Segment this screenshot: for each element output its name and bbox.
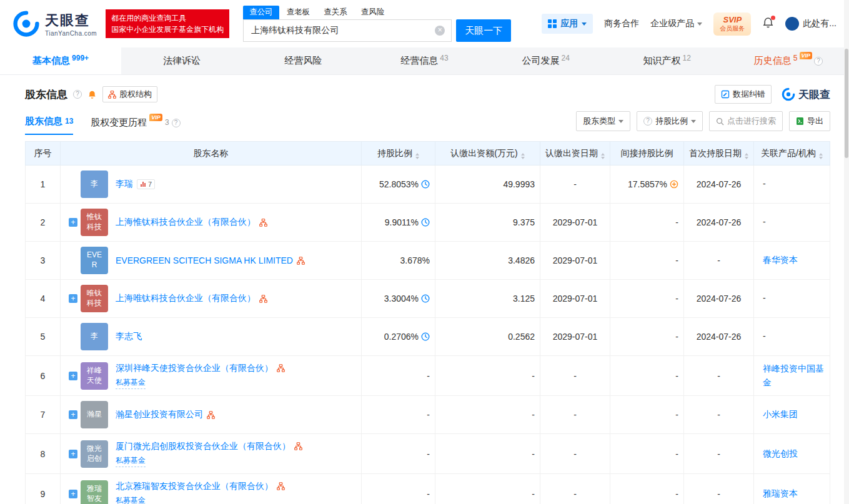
notifications-bell-icon[interactable] — [762, 17, 774, 31]
shareholder-type-filter[interactable]: 股东类型 — [576, 111, 630, 131]
equity-structure-icon[interactable] — [297, 257, 305, 265]
user-profile-menu[interactable]: 此处有... — [785, 17, 837, 31]
search-tab-company[interactable]: 查公司 — [243, 6, 279, 19]
export-button[interactable]: 导出 — [789, 111, 830, 131]
business-cooperation-link[interactable]: 商务合作 — [604, 18, 639, 29]
col-subscribed-amount: 认缴出资额(万元) — [435, 142, 540, 166]
shareholder-name-link[interactable]: EVERGREEN SCITECH SIGMA HK LIMITED — [116, 255, 293, 265]
svip-member-button[interactable]: SVIP 会员服务 — [713, 12, 751, 36]
tab-shareholder-info[interactable]: 股东信息 13 — [25, 116, 73, 135]
shareholder-name-link[interactable]: 李瑞 — [116, 179, 133, 190]
penetrate-icon[interactable] — [670, 180, 678, 189]
shareholder-companies-badge[interactable]: 7 — [137, 179, 155, 189]
grid-icon — [548, 19, 557, 28]
related-org-link[interactable]: 雅瑞资本 — [763, 488, 798, 498]
related-org-link[interactable]: 微光创投 — [763, 448, 798, 458]
chevron-down-icon — [691, 120, 696, 123]
private-fund-tag[interactable]: 私募基金 — [116, 495, 146, 504]
avatar[interactable]: 雅瑞智友 — [81, 480, 108, 504]
tab-count: 12 — [683, 54, 691, 62]
col-first-holding-date: 首次持股日期 — [684, 142, 754, 166]
tab-count: 13 — [65, 117, 73, 126]
avatar[interactable]: 李 — [81, 323, 108, 350]
help-icon[interactable]: ? — [73, 90, 82, 99]
data-correction-button[interactable]: 数据纠错 — [715, 85, 772, 104]
svip-label: SVIP — [720, 15, 745, 24]
expand-plus-icon[interactable]: + — [69, 294, 77, 303]
expand-plus-icon[interactable]: + — [69, 218, 77, 227]
expand-plus-icon[interactable]: + — [69, 372, 77, 380]
avatar[interactable]: 惟钛科技 — [81, 209, 108, 236]
avatar[interactable]: 唯钛科技 — [81, 285, 108, 312]
help-icon[interactable]: ? — [814, 57, 823, 66]
enterprise-products-menu[interactable]: 企业级产品 — [650, 18, 702, 29]
related-org-link[interactable]: 春华资本 — [763, 255, 798, 265]
search-submit-button[interactable]: 天眼一下 — [456, 19, 511, 42]
edit-doc-icon — [721, 90, 730, 99]
shareholder-name-link[interactable]: 李志飞 — [116, 331, 142, 342]
avatar[interactable]: 微光启创 — [81, 440, 108, 468]
expand-plus-icon[interactable]: + — [69, 450, 77, 458]
history-clock-icon[interactable] — [421, 218, 430, 227]
equity-structure-icon[interactable] — [277, 364, 285, 372]
search-input[interactable] — [244, 20, 451, 41]
equity-structure-button[interactable]: 股权结构 — [102, 86, 157, 102]
table-search-button[interactable]: 点击进行搜索 — [709, 111, 783, 131]
sort-icon[interactable] — [415, 153, 419, 159]
nav-tab-business-info[interactable]: 经营信息 43 — [364, 47, 485, 74]
sort-icon[interactable] — [601, 153, 605, 159]
avatar[interactable]: EVER — [81, 247, 108, 274]
search-tab-risk[interactable]: 查风险 — [355, 6, 391, 19]
shareholder-name-link[interactable]: 厦门微光启创股权投资合伙企业（有限合伙） — [116, 441, 290, 452]
history-clock-icon[interactable] — [421, 180, 430, 189]
tianyancha-logo[interactable]: 天眼查 TianYanCha.com — [12, 10, 97, 37]
avatar[interactable]: 瀚星 — [81, 401, 108, 428]
search-icon — [716, 117, 724, 126]
expand-plus-icon[interactable]: + — [69, 410, 77, 419]
sort-icon[interactable] — [521, 153, 525, 159]
shareholder-name-link[interactable]: 上海唯钛科技合伙企业（有限合伙） — [116, 293, 256, 304]
shareholder-name-link[interactable]: 北京雅瑞智友投资合伙企业（有限合伙） — [116, 481, 273, 492]
shareholder-name-link[interactable]: 上海惟钛科技合伙企业（有限合伙） — [116, 217, 256, 228]
equity-structure-icon[interactable] — [277, 482, 285, 490]
related-org-link[interactable]: 小米集团 — [763, 409, 798, 419]
avatar[interactable]: 李 — [81, 170, 108, 198]
search-tab-relation[interactable]: 查关系 — [317, 6, 354, 19]
monitor-bell-icon[interactable] — [87, 90, 97, 99]
apps-menu[interactable]: 应用 — [542, 14, 593, 34]
nav-tab-basic-info[interactable]: 基本信息 999+ — [0, 47, 121, 74]
tab-equity-change-history[interactable]: 股权变更历程 VIP 3 ? — [91, 117, 180, 135]
nav-tab-history-info[interactable]: 历史信息 5 VIP ? — [728, 47, 849, 74]
nav-tab-operating-risk[interactable]: 经营风险 — [242, 47, 364, 74]
nav-tab-intellectual-property[interactable]: 知识产权 12 — [607, 47, 728, 74]
nav-tab-legal[interactable]: 法律诉讼 — [121, 47, 242, 74]
tab-count: 43 — [440, 54, 448, 62]
search-tab-boss[interactable]: 查老板 — [281, 6, 317, 19]
avatar[interactable]: 祥峰天使 — [81, 362, 108, 390]
section-title: 股东信息 — [25, 87, 67, 102]
equity-structure-icon[interactable] — [207, 411, 215, 419]
equity-structure-icon[interactable] — [259, 295, 267, 303]
equity-structure-icon[interactable] — [259, 219, 267, 227]
col-holding-ratio: 持股比例 — [362, 142, 435, 166]
sort-icon[interactable] — [819, 153, 823, 159]
shareholder-name-link[interactable]: 深圳祥峰天使投资合伙企业（有限合伙） — [116, 363, 273, 374]
bar-chart-icon — [140, 181, 146, 187]
holding-ratio-filter[interactable]: ? 持股比例 — [637, 111, 703, 131]
sort-icon[interactable] — [745, 153, 748, 159]
svip-sublabel: 会员服务 — [720, 24, 745, 33]
page-scrollbar[interactable] — [844, 0, 849, 504]
nav-tab-company-development[interactable]: 公司发展 24 — [485, 47, 607, 74]
history-clock-icon[interactable] — [421, 332, 430, 341]
scrollbar-thumb[interactable] — [845, 49, 848, 158]
related-org-link[interactable]: 祥峰投资中国基金 — [763, 363, 824, 387]
private-fund-tag[interactable]: 私募基金 — [116, 377, 146, 389]
logo-text-en: TianYanCha.com — [45, 30, 97, 37]
equity-structure-icon[interactable] — [294, 442, 302, 450]
expand-plus-icon[interactable]: + — [69, 490, 77, 498]
col-indirect-ratio: 间接持股比例 — [610, 142, 684, 166]
help-icon[interactable]: ? — [172, 119, 181, 127]
shareholder-name-link[interactable]: 瀚星创业投资有限公司 — [116, 409, 203, 420]
private-fund-tag[interactable]: 私募基金 — [116, 455, 146, 467]
history-clock-icon[interactable] — [421, 294, 430, 303]
